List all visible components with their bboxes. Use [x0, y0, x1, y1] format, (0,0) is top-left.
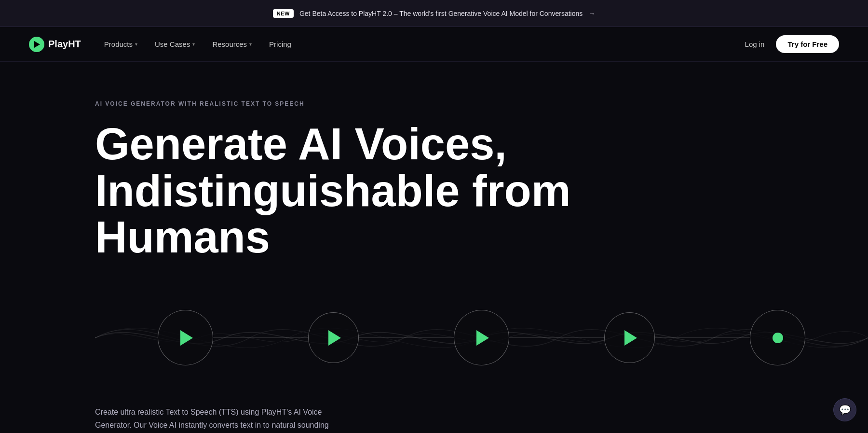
play-icon-1 — [180, 330, 193, 346]
logo-icon — [29, 37, 44, 52]
new-badge: NEW — [273, 9, 294, 18]
play-icon-2 — [328, 330, 341, 346]
nav-use-cases[interactable]: Use Cases ▾ — [155, 40, 195, 48]
nav-products[interactable]: Products ▾ — [104, 40, 137, 48]
audio-player-4[interactable] — [604, 312, 655, 363]
hero-label: AI VOICE GENERATOR WITH REALISTIC TEXT T… — [95, 100, 868, 107]
logo-play-icon — [34, 41, 40, 48]
audio-player-5[interactable] — [750, 310, 805, 365]
chat-icon: 💬 — [839, 404, 851, 416]
banner-text: Get Beta Access to PlayHT 2.0 – The worl… — [299, 10, 583, 17]
connector-3 — [509, 337, 604, 338]
logo[interactable]: PlayHT — [29, 37, 81, 52]
audio-player-3[interactable] — [454, 310, 509, 365]
play-icon-3 — [476, 330, 489, 346]
resources-chevron-icon: ▾ — [249, 42, 252, 47]
hero-title-line2: Indistinguishable from Humans — [95, 166, 570, 262]
hero-description: Create ultra realistic Text to Speech (T… — [0, 386, 434, 433]
hero-section: AI VOICE GENERATOR WITH REALISTIC TEXT T… — [0, 62, 868, 386]
products-chevron-icon: ▾ — [135, 42, 137, 47]
connector-2 — [359, 337, 454, 338]
navbar: PlayHT Products ▾ Use Cases ▾ Resources … — [0, 27, 868, 62]
hero-desc-text: Create ultra realistic Text to Speech (T… — [95, 405, 339, 433]
logo-text: PlayHT — [48, 39, 81, 50]
top-banner[interactable]: NEW Get Beta Access to PlayHT 2.0 – The … — [0, 0, 868, 27]
audio-player-2[interactable] — [308, 312, 359, 363]
nav-pricing[interactable]: Pricing — [269, 40, 291, 48]
hero-title-line1: Generate AI Voices, — [95, 119, 507, 168]
connector-4 — [655, 337, 750, 338]
audio-section — [95, 290, 868, 386]
play-icon-4 — [624, 330, 637, 346]
banner-arrow: → — [588, 10, 595, 17]
nav-actions: Log in Try for Free — [745, 35, 839, 53]
players-row — [95, 310, 868, 365]
hero-title: Generate AI Voices, Indistinguishable fr… — [95, 121, 625, 261]
chat-bubble-button[interactable]: 💬 — [833, 398, 856, 421]
use-cases-chevron-icon: ▾ — [192, 42, 195, 47]
audio-player-1[interactable] — [158, 310, 213, 365]
connector-1 — [213, 337, 308, 338]
try-for-free-button[interactable]: Try for Free — [776, 35, 839, 53]
nav-resources[interactable]: Resources ▾ — [212, 40, 252, 48]
login-button[interactable]: Log in — [745, 40, 765, 48]
dot-icon-5 — [773, 333, 783, 343]
nav-links: Products ▾ Use Cases ▾ Resources ▾ Prici… — [104, 40, 745, 48]
